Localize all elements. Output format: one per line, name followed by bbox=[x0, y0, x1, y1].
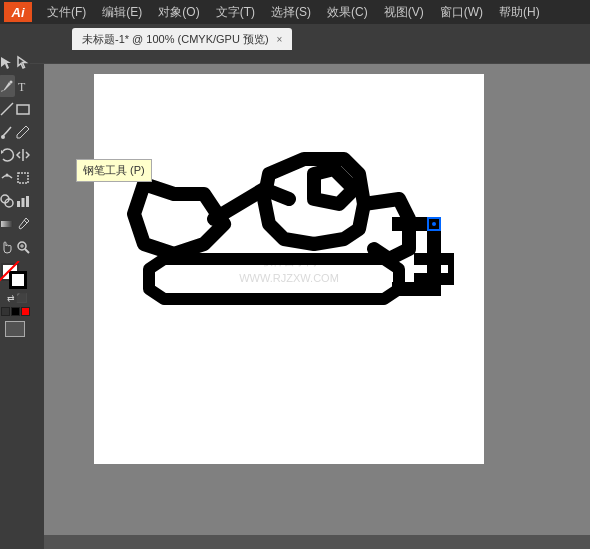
artboard: 软件自学网 WWW.RJZXW.COM bbox=[94, 74, 484, 464]
svg-rect-11 bbox=[22, 198, 25, 207]
menubar: Ai 文件(F) 编辑(E) 对象(O) 文字(T) 选择(S) 效果(C) 视… bbox=[0, 0, 590, 24]
svg-point-4 bbox=[1, 135, 5, 139]
menu-view[interactable]: 视图(V) bbox=[377, 2, 431, 23]
free-transform-tool[interactable] bbox=[15, 167, 30, 189]
default-colors-button[interactable]: ⬛ bbox=[16, 293, 27, 303]
document-tab[interactable]: 未标题-1* @ 100% (CMYK/GPU 预览) × bbox=[72, 28, 292, 50]
menu-edit[interactable]: 编辑(E) bbox=[95, 2, 149, 23]
none-indicator bbox=[0, 261, 23, 285]
svg-text:T: T bbox=[18, 80, 26, 94]
gradient-tools-row bbox=[0, 213, 30, 235]
svg-rect-3 bbox=[17, 105, 29, 114]
selection-tools-row bbox=[0, 52, 30, 74]
hand-zoom-row bbox=[0, 236, 30, 258]
canvas-area: 软件自学网 WWW.RJZXW.COM bbox=[30, 50, 590, 549]
warp-tool[interactable] bbox=[0, 167, 15, 189]
gradient-tool[interactable] bbox=[0, 213, 15, 235]
color-swatch-red[interactable] bbox=[21, 307, 30, 316]
top-ruler bbox=[30, 50, 590, 64]
menu-help[interactable]: 帮助(H) bbox=[492, 2, 547, 23]
direct-selection-tool[interactable] bbox=[15, 52, 30, 74]
svg-line-14 bbox=[24, 220, 27, 223]
svg-rect-20 bbox=[30, 50, 590, 64]
fill-stroke-widget[interactable] bbox=[1, 263, 29, 291]
menu-file[interactable]: 文件(F) bbox=[40, 2, 93, 23]
menu-object[interactable]: 对象(O) bbox=[151, 2, 206, 23]
shape-builder-row bbox=[0, 190, 30, 212]
tabbar: 未标题-1* @ 100% (CMYK/GPU 预览) × bbox=[0, 24, 590, 50]
svg-rect-13 bbox=[1, 221, 13, 227]
svg-rect-22 bbox=[30, 64, 44, 549]
color-swatch-gray[interactable] bbox=[1, 307, 10, 316]
app-logo: Ai bbox=[4, 2, 32, 22]
left-ruler bbox=[30, 64, 44, 549]
screen-mode-area bbox=[5, 321, 25, 337]
pencil-tool[interactable] bbox=[15, 121, 30, 143]
eyedropper-tool[interactable] bbox=[15, 213, 30, 235]
svg-line-16 bbox=[25, 249, 29, 253]
main-area: T bbox=[0, 50, 590, 549]
menu-type[interactable]: 文字(T) bbox=[209, 2, 262, 23]
svg-line-2 bbox=[1, 103, 13, 115]
menu-select[interactable]: 选择(S) bbox=[264, 2, 318, 23]
svg-rect-7 bbox=[18, 173, 28, 183]
toolbar: T bbox=[0, 50, 30, 549]
paintbrush-tool[interactable] bbox=[0, 121, 15, 143]
selection-tool[interactable] bbox=[0, 52, 15, 74]
chart-tool[interactable] bbox=[15, 190, 30, 212]
tab-title: 未标题-1* @ 100% (CMYK/GPU 预览) bbox=[82, 32, 269, 47]
color-actions: ⇄ ⬛ bbox=[7, 293, 27, 303]
swap-colors-button[interactable]: ⇄ bbox=[7, 293, 15, 303]
screen-mode-button[interactable] bbox=[5, 321, 25, 337]
svg-line-19 bbox=[0, 261, 19, 281]
warp-tools-row bbox=[0, 167, 30, 189]
svg-rect-12 bbox=[26, 196, 29, 207]
pen-tools-row: T bbox=[0, 75, 30, 97]
color-swatch-black[interactable] bbox=[11, 307, 20, 316]
svg-point-0 bbox=[10, 81, 13, 84]
svg-point-6 bbox=[6, 174, 9, 177]
mirror-tool[interactable] bbox=[15, 144, 30, 166]
svg-point-24 bbox=[432, 222, 436, 226]
svg-rect-10 bbox=[17, 201, 20, 207]
line-tools-row bbox=[0, 98, 30, 120]
zoom-tool[interactable] bbox=[15, 236, 30, 258]
line-tool[interactable] bbox=[0, 98, 15, 120]
paintbrush-row bbox=[0, 121, 30, 143]
pen-tool[interactable] bbox=[0, 75, 15, 97]
shape-builder-tool[interactable] bbox=[0, 190, 15, 212]
rotate-tools-row bbox=[0, 144, 30, 166]
hand-tool[interactable] bbox=[0, 236, 15, 258]
type-tool[interactable]: T bbox=[15, 75, 30, 97]
menu-effect[interactable]: 效果(C) bbox=[320, 2, 375, 23]
color-swatches-row bbox=[1, 307, 30, 316]
menu-window[interactable]: 窗口(W) bbox=[433, 2, 490, 23]
rotate-tool[interactable] bbox=[0, 144, 15, 166]
canvas-content[interactable]: 软件自学网 WWW.RJZXW.COM bbox=[44, 64, 590, 535]
tab-close-button[interactable]: × bbox=[277, 34, 283, 45]
shape-tool[interactable] bbox=[15, 98, 30, 120]
drawing-content bbox=[114, 104, 454, 384]
